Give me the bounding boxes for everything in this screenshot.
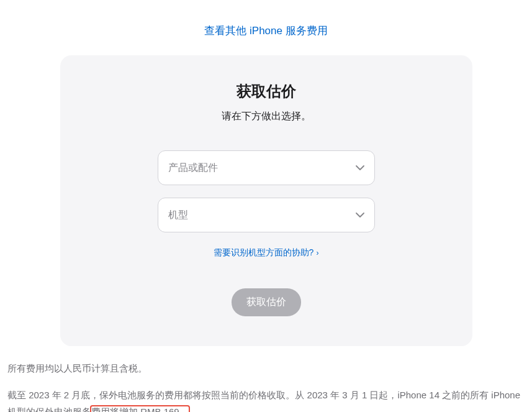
model-select[interactable]: 机型: [158, 198, 375, 232]
card-subtitle: 请在下方做出选择。: [91, 110, 441, 123]
estimate-card: 获取估价 请在下方做出选择。 产品或配件 机型 需要识别机型方面的协助? › 获…: [60, 55, 472, 346]
identify-model-help-link[interactable]: 需要识别机型方面的协助? ›: [214, 247, 319, 259]
model-select-placeholder: 机型: [168, 209, 188, 222]
footer-line-1: 所有费用均以人民币计算且含税。: [7, 360, 525, 377]
card-title: 获取估价: [91, 81, 441, 101]
chevron-right-icon: ›: [316, 249, 318, 257]
price-increase-highlight: 费用将增加 RMB 169。: [91, 406, 189, 412]
footer-line-2: 截至 2023 年 2 月底，保外电池服务的费用都将按照当前的价格收取。从 20…: [7, 387, 525, 412]
product-select-placeholder: 产品或配件: [168, 162, 218, 175]
get-estimate-button[interactable]: 获取估价: [232, 288, 301, 316]
chevron-down-icon: [356, 213, 364, 217]
product-select[interactable]: 产品或配件: [158, 150, 375, 185]
footer-notes: 所有费用均以人民币计算且含税。 截至 2023 年 2 月底，保外电池服务的费用…: [0, 346, 532, 412]
other-iphone-service-link[interactable]: 查看其他 iPhone 服务费用: [204, 25, 327, 37]
chevron-down-icon: [356, 165, 364, 170]
help-link-label: 需要识别机型方面的协助?: [214, 247, 314, 259]
